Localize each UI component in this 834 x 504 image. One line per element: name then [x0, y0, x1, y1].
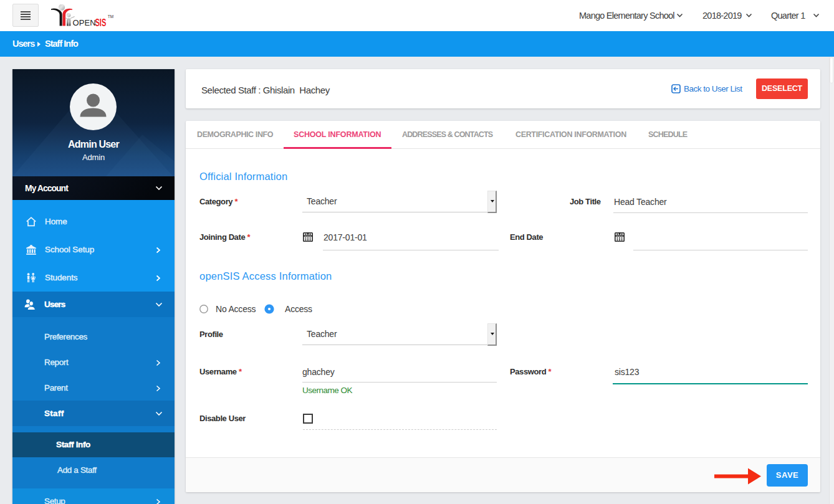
svg-text:TM: TM	[108, 14, 113, 19]
svg-text:SIS: SIS	[95, 17, 107, 27]
svg-text:OPEN: OPEN	[73, 18, 96, 27]
